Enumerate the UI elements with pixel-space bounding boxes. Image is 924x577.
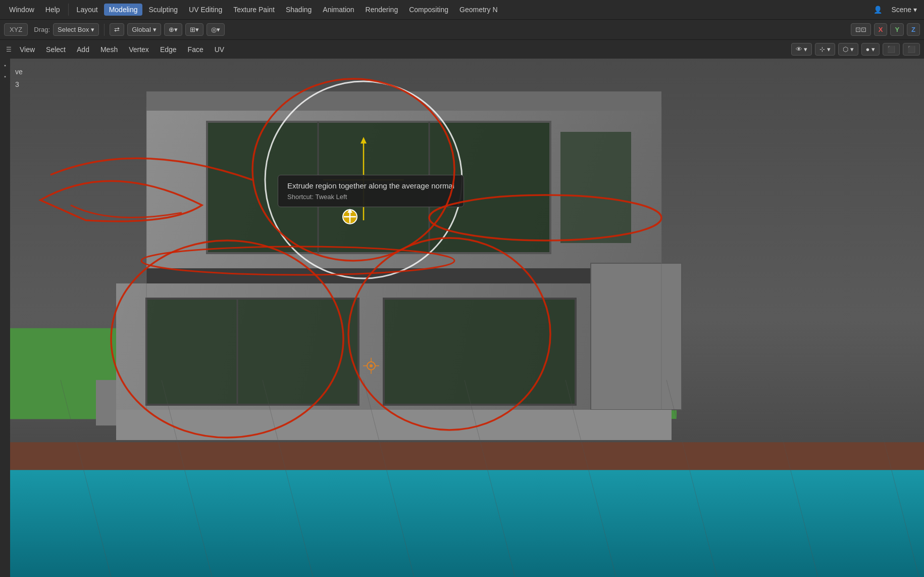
left-text-line1: ve <box>15 66 23 78</box>
shading-mode[interactable]: ● ▾ <box>861 43 880 56</box>
menu-geometry-nodes[interactable]: Geometry N <box>454 4 502 16</box>
menu-uv-editing[interactable]: UV Editing <box>184 4 227 16</box>
select-box-dropdown[interactable]: Select Box ▾ <box>53 23 99 36</box>
tooltip-title: Extrude region together along the averag… <box>287 181 454 190</box>
x-axis-btn[interactable]: X <box>874 23 888 36</box>
overlay-toggle[interactable]: ⊡⊡ <box>851 23 871 36</box>
separator <box>68 4 69 16</box>
left-text-line2: 3 <box>15 78 23 91</box>
snap-toggle[interactable]: ⊞▾ <box>185 23 203 36</box>
menu-rendering[interactable]: Rendering <box>361 4 403 16</box>
y-axis-btn[interactable]: Y <box>890 23 904 36</box>
toolbar-right: ⊡⊡ X Y Z <box>851 23 920 36</box>
extrude-cursor-icon <box>341 208 359 226</box>
transform-icon[interactable]: ⇄ <box>110 23 124 36</box>
gizmo-toggle[interactable]: ⊹ ▾ <box>815 43 835 56</box>
third-toolbar: ☰ View Select Add Mesh Vertex Edge Face … <box>0 39 924 59</box>
tooltip-shortcut: Shortcut: Tweak Left <box>287 193 454 201</box>
menu-modeling[interactable]: Modeling <box>104 4 143 16</box>
menu-select[interactable]: Select <box>41 43 71 56</box>
panel-icon-1[interactable]: ▪ <box>1 61 10 70</box>
scene-label[interactable]: Scene ▾ <box>888 4 920 15</box>
drag-label: Drag: <box>34 26 50 33</box>
menu-mesh[interactable]: Mesh <box>95 43 123 56</box>
menu-vertex[interactable]: Vertex <box>124 43 154 56</box>
chevron-down-icon-2: ▾ <box>153 26 157 33</box>
proportional-toggle[interactable]: ◎▾ <box>207 23 225 36</box>
menu-add[interactable]: Add <box>72 43 94 56</box>
menu-view[interactable]: View <box>15 43 40 56</box>
viewport[interactable]: Extrude region together along the averag… <box>10 59 924 577</box>
menu-window[interactable]: Window <box>4 4 39 16</box>
svg-point-5 <box>370 364 373 367</box>
xyz-button[interactable]: XYZ <box>4 23 28 36</box>
menu-texture-paint[interactable]: Texture Paint <box>228 4 280 16</box>
overlay-btn[interactable]: ⬡ ▾ <box>838 43 858 56</box>
panel-icon-2[interactable]: ▪ <box>1 72 10 81</box>
menu-edge[interactable]: Edge <box>155 43 182 56</box>
menu-face[interactable]: Face <box>183 43 209 56</box>
menu-layout[interactable]: Layout <box>72 4 103 16</box>
second-toolbar: XYZ Drag: Select Box ▾ ⇄ Global ▾ ⊕▾ ⊞▾ … <box>0 19 924 39</box>
user-icon[interactable]: 👤 <box>870 4 885 15</box>
cursor-3d <box>362 357 380 375</box>
chevron-down-icon: ▾ <box>91 26 94 33</box>
viewport-mode[interactable]: ⬛ <box>883 43 900 56</box>
region-toggle[interactable]: ⬛ <box>903 43 920 56</box>
global-dropdown[interactable]: Global ▾ <box>127 23 161 36</box>
select-box-label: Select Box <box>58 26 89 33</box>
global-label: Global <box>132 26 151 33</box>
menu-compositing[interactable]: Compositing <box>404 4 453 16</box>
menu-help[interactable]: Help <box>40 4 65 16</box>
menu-shading[interactable]: Shading <box>281 4 317 16</box>
left-panel-toggle[interactable]: ☰ <box>4 44 14 55</box>
mesh-menu-right: 👁 ▾ ⊹ ▾ ⬡ ▾ ● ▾ ⬛ ⬛ <box>791 43 920 56</box>
menu-animation[interactable]: Animation <box>318 4 359 16</box>
left-text-overlay: ve 3 <box>15 66 23 91</box>
left-panel: ▪ ▪ <box>0 59 10 577</box>
scene-canvas[interactable] <box>10 59 924 577</box>
tooltip: Extrude region together along the averag… <box>278 175 464 207</box>
toolbar-sep-1 <box>104 24 105 36</box>
pivot-dropdown[interactable]: ⊕▾ <box>164 23 182 36</box>
menu-sculpting[interactable]: Sculpting <box>143 4 183 16</box>
z-axis-btn[interactable]: Z <box>907 23 920 36</box>
top-menu-bar: Window Help Layout Modeling Sculpting UV… <box>0 0 924 19</box>
menu-uv[interactable]: UV <box>210 43 229 56</box>
viewport-shading[interactable]: 👁 ▾ <box>791 43 812 56</box>
top-right-icons: 👤 Scene ▾ <box>870 4 920 15</box>
